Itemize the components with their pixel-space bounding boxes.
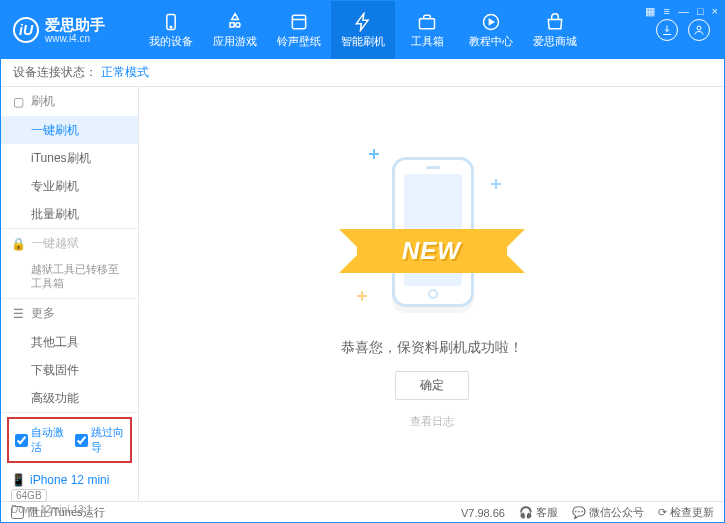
phone-icon: ▢: [11, 95, 25, 109]
jailbreak-note: 越狱工具已转移至工具箱: [1, 258, 138, 298]
window-control[interactable]: □: [697, 5, 704, 18]
status-label: 设备连接状态：: [13, 64, 97, 81]
wechat-link[interactable]: 💬微信公众号: [572, 505, 644, 520]
nav-media[interactable]: 铃声壁纸: [267, 1, 331, 59]
phone-icon: 📱: [11, 473, 26, 487]
lock-icon: 🔒: [11, 237, 25, 251]
main-nav: 我的设备应用游戏铃声壁纸智能刷机工具箱教程中心爱思商城: [139, 1, 642, 59]
sidebar-item[interactable]: 一键刷机: [1, 116, 138, 144]
device-info[interactable]: 📱iPhone 12 mini 64GB Down-12mini-13,1: [1, 467, 138, 521]
version-label: V7.98.66: [461, 507, 505, 519]
window-control[interactable]: —: [678, 5, 689, 18]
support-link[interactable]: 🎧客服: [519, 505, 558, 520]
menu-icon: ☰: [11, 307, 25, 321]
window-control[interactable]: ▦: [645, 5, 655, 18]
svg-point-5: [697, 26, 701, 30]
sidebar-item[interactable]: 专业刷机: [1, 172, 138, 200]
nav-store[interactable]: 爱思商城: [523, 1, 587, 59]
new-ribbon: NEW: [402, 237, 461, 265]
nav-apps[interactable]: 应用游戏: [203, 1, 267, 59]
sidebar-flash-title: 刷机: [31, 93, 55, 110]
nav-device[interactable]: 我的设备: [139, 1, 203, 59]
auto-activate-checkbox[interactable]: 自动激活: [15, 425, 65, 455]
sidebar-item[interactable]: 高级功能: [1, 384, 138, 412]
view-log-link[interactable]: 查看日志: [410, 414, 454, 429]
svg-point-1: [170, 26, 172, 28]
nav-flash[interactable]: 智能刷机: [331, 1, 395, 59]
window-control[interactable]: ≡: [663, 5, 669, 18]
sidebar-item[interactable]: iTunes刷机: [1, 144, 138, 172]
app-url: www.i4.cn: [45, 33, 105, 44]
options-box: 自动激活 跳过向导: [7, 417, 132, 463]
title-bar: iU 爱思助手 www.i4.cn 我的设备应用游戏铃声壁纸智能刷机工具箱教程中…: [1, 1, 724, 59]
sidebar-jailbreak-header: 🔒 一键越狱: [1, 229, 138, 258]
success-illustration: NEW: [357, 139, 507, 319]
window-controls: ▦≡—□×: [645, 5, 718, 18]
sidebar: ▢ 刷机 一键刷机iTunes刷机专业刷机批量刷机 🔒 一键越狱 越狱工具已转移…: [1, 87, 139, 501]
success-message: 恭喜您，保资料刷机成功啦！: [341, 339, 523, 357]
sidebar-flash-header[interactable]: ▢ 刷机: [1, 87, 138, 116]
sidebar-jailbreak-title: 一键越狱: [31, 235, 79, 252]
download-icon[interactable]: [656, 19, 678, 41]
sidebar-more-title: 更多: [31, 305, 55, 322]
skip-guide-checkbox[interactable]: 跳过向导: [75, 425, 125, 455]
user-icon[interactable]: [688, 19, 710, 41]
nav-toolbox[interactable]: 工具箱: [395, 1, 459, 59]
sidebar-item[interactable]: 其他工具: [1, 328, 138, 356]
sidebar-item[interactable]: 批量刷机: [1, 200, 138, 228]
device-name: iPhone 12 mini: [30, 473, 109, 487]
ok-button[interactable]: 确定: [395, 371, 469, 400]
sidebar-more-header[interactable]: ☰ 更多: [1, 299, 138, 328]
sidebar-item[interactable]: 下载固件: [1, 356, 138, 384]
device-firmware: Down-12mini-13,1: [11, 504, 128, 515]
status-bar: 设备连接状态： 正常模式: [1, 59, 724, 87]
logo-area: iU 爱思助手 www.i4.cn: [1, 17, 139, 44]
window-control[interactable]: ×: [712, 5, 718, 18]
svg-rect-2: [292, 15, 305, 28]
main-content: NEW 恭喜您，保资料刷机成功啦！ 确定 查看日志: [139, 87, 724, 501]
app-title: 爱思助手: [45, 17, 105, 33]
app-logo-icon: iU: [13, 17, 39, 43]
device-storage: 64GB: [11, 489, 47, 502]
check-update-link[interactable]: ⟳检查更新: [658, 505, 714, 520]
status-value: 正常模式: [101, 64, 149, 81]
svg-rect-3: [420, 18, 435, 28]
nav-tutorial[interactable]: 教程中心: [459, 1, 523, 59]
